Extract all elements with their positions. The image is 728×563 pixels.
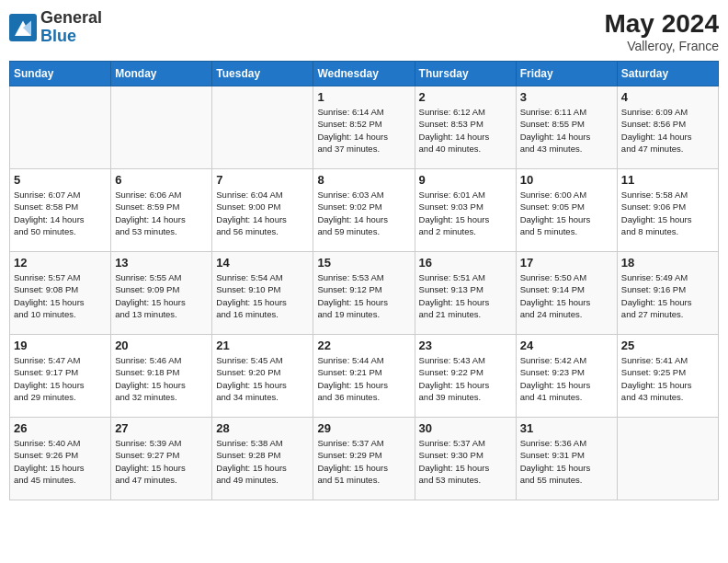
header-cell-saturday: Saturday <box>617 62 718 86</box>
day-number: 5 <box>14 173 107 187</box>
title-area: May 2024 Valleroy, France <box>604 9 719 53</box>
calendar-table: SundayMondayTuesdayWednesdayThursdayFrid… <box>9 61 719 500</box>
cell-info: Sunrise: 5:47 AM Sunset: 9:17 PM Dayligh… <box>14 354 107 403</box>
day-number: 8 <box>317 173 410 187</box>
day-number: 30 <box>419 421 512 435</box>
week-row-4: 19Sunrise: 5:47 AM Sunset: 9:17 PM Dayli… <box>10 335 719 418</box>
cell-info: Sunrise: 5:36 AM Sunset: 9:31 PM Dayligh… <box>520 437 613 486</box>
day-number: 1 <box>317 90 410 104</box>
cell-info: Sunrise: 6:14 AM Sunset: 8:52 PM Dayligh… <box>317 106 410 155</box>
calendar-cell: 24Sunrise: 5:42 AM Sunset: 9:23 PM Dayli… <box>516 335 617 418</box>
calendar-cell: 17Sunrise: 5:50 AM Sunset: 9:14 PM Dayli… <box>516 252 617 335</box>
day-number: 3 <box>520 90 613 104</box>
day-number: 16 <box>419 256 512 270</box>
calendar-cell: 21Sunrise: 5:45 AM Sunset: 9:20 PM Dayli… <box>212 335 313 418</box>
cell-info: Sunrise: 5:49 AM Sunset: 9:16 PM Dayligh… <box>621 271 714 320</box>
day-number: 20 <box>115 339 208 352</box>
cell-info: Sunrise: 6:11 AM Sunset: 8:55 PM Dayligh… <box>520 106 613 155</box>
cell-info: Sunrise: 5:54 AM Sunset: 9:10 PM Dayligh… <box>216 271 309 320</box>
calendar-cell: 2Sunrise: 6:12 AM Sunset: 8:53 PM Daylig… <box>415 86 516 169</box>
week-row-5: 26Sunrise: 5:40 AM Sunset: 9:26 PM Dayli… <box>10 418 719 500</box>
cell-info: Sunrise: 6:04 AM Sunset: 9:00 PM Dayligh… <box>216 189 309 237</box>
cell-info: Sunrise: 5:37 AM Sunset: 9:29 PM Dayligh… <box>317 437 410 486</box>
day-number: 26 <box>14 421 107 435</box>
calendar-cell: 23Sunrise: 5:43 AM Sunset: 9:22 PM Dayli… <box>415 335 516 418</box>
calendar-body: 1Sunrise: 6:14 AM Sunset: 8:52 PM Daylig… <box>10 86 719 500</box>
day-number: 29 <box>317 421 410 435</box>
day-number: 9 <box>419 173 512 187</box>
calendar-cell: 14Sunrise: 5:54 AM Sunset: 9:10 PM Dayli… <box>212 252 313 335</box>
calendar-cell: 18Sunrise: 5:49 AM Sunset: 9:16 PM Dayli… <box>617 252 718 335</box>
week-row-3: 12Sunrise: 5:57 AM Sunset: 9:08 PM Dayli… <box>10 252 719 335</box>
calendar-cell: 12Sunrise: 5:57 AM Sunset: 9:08 PM Dayli… <box>10 252 111 335</box>
day-number: 17 <box>520 256 613 270</box>
calendar-cell: 5Sunrise: 6:07 AM Sunset: 8:58 PM Daylig… <box>10 169 111 252</box>
cell-info: Sunrise: 5:40 AM Sunset: 9:26 PM Dayligh… <box>14 437 107 486</box>
cell-info: Sunrise: 5:43 AM Sunset: 9:22 PM Dayligh… <box>419 354 512 403</box>
day-number: 18 <box>621 256 714 270</box>
cell-info: Sunrise: 6:00 AM Sunset: 9:05 PM Dayligh… <box>520 189 613 237</box>
day-number: 23 <box>419 339 512 352</box>
logo-text: General Blue <box>40 9 102 46</box>
day-number: 13 <box>115 256 208 270</box>
logo: General Blue <box>9 9 102 46</box>
cell-info: Sunrise: 5:38 AM Sunset: 9:28 PM Dayligh… <box>216 437 309 486</box>
header-cell-sunday: Sunday <box>10 62 111 86</box>
header-cell-tuesday: Tuesday <box>212 62 313 86</box>
cell-info: Sunrise: 6:09 AM Sunset: 8:56 PM Dayligh… <box>621 106 714 155</box>
cell-info: Sunrise: 5:37 AM Sunset: 9:30 PM Dayligh… <box>419 437 512 486</box>
day-number: 11 <box>621 173 714 187</box>
calendar-cell: 7Sunrise: 6:04 AM Sunset: 9:00 PM Daylig… <box>212 169 313 252</box>
calendar-cell: 30Sunrise: 5:37 AM Sunset: 9:30 PM Dayli… <box>415 418 516 500</box>
day-number: 15 <box>317 256 410 270</box>
calendar-cell: 1Sunrise: 6:14 AM Sunset: 8:52 PM Daylig… <box>313 86 415 169</box>
day-number: 4 <box>621 90 714 104</box>
header-cell-monday: Monday <box>111 62 212 86</box>
header-cell-friday: Friday <box>516 62 617 86</box>
cell-info: Sunrise: 6:07 AM Sunset: 8:58 PM Dayligh… <box>14 189 107 237</box>
cell-info: Sunrise: 5:39 AM Sunset: 9:27 PM Dayligh… <box>115 437 208 486</box>
calendar-cell: 27Sunrise: 5:39 AM Sunset: 9:27 PM Dayli… <box>111 418 212 500</box>
calendar-cell: 8Sunrise: 6:03 AM Sunset: 9:02 PM Daylig… <box>313 169 415 252</box>
day-number: 28 <box>216 421 309 435</box>
calendar-cell: 3Sunrise: 6:11 AM Sunset: 8:55 PM Daylig… <box>516 86 617 169</box>
calendar-cell: 26Sunrise: 5:40 AM Sunset: 9:26 PM Dayli… <box>10 418 111 500</box>
logo-icon <box>9 14 37 41</box>
cell-info: Sunrise: 5:55 AM Sunset: 9:09 PM Dayligh… <box>115 271 208 320</box>
cell-info: Sunrise: 6:01 AM Sunset: 9:03 PM Dayligh… <box>419 189 512 237</box>
cell-info: Sunrise: 5:41 AM Sunset: 9:25 PM Dayligh… <box>621 354 714 403</box>
cell-info: Sunrise: 6:03 AM Sunset: 9:02 PM Dayligh… <box>317 189 410 237</box>
cell-info: Sunrise: 5:44 AM Sunset: 9:21 PM Dayligh… <box>317 354 410 403</box>
calendar-cell <box>617 418 718 500</box>
calendar-cell: 29Sunrise: 5:37 AM Sunset: 9:29 PM Dayli… <box>313 418 415 500</box>
calendar-cell: 9Sunrise: 6:01 AM Sunset: 9:03 PM Daylig… <box>415 169 516 252</box>
calendar-cell <box>10 86 111 169</box>
cell-info: Sunrise: 5:51 AM Sunset: 9:13 PM Dayligh… <box>419 271 512 320</box>
calendar-header: SundayMondayTuesdayWednesdayThursdayFrid… <box>10 62 719 86</box>
cell-info: Sunrise: 5:57 AM Sunset: 9:08 PM Dayligh… <box>14 271 107 320</box>
cell-info: Sunrise: 5:50 AM Sunset: 9:14 PM Dayligh… <box>520 271 613 320</box>
header-row: SundayMondayTuesdayWednesdayThursdayFrid… <box>10 62 719 86</box>
day-number: 14 <box>216 256 309 270</box>
day-number: 22 <box>317 339 410 352</box>
cell-info: Sunrise: 5:46 AM Sunset: 9:18 PM Dayligh… <box>115 354 208 403</box>
header-cell-thursday: Thursday <box>415 62 516 86</box>
cell-info: Sunrise: 6:12 AM Sunset: 8:53 PM Dayligh… <box>419 106 512 155</box>
day-number: 24 <box>520 339 613 352</box>
calendar-cell: 28Sunrise: 5:38 AM Sunset: 9:28 PM Dayli… <box>212 418 313 500</box>
month-year-title: May 2024 <box>604 9 719 39</box>
calendar-cell: 20Sunrise: 5:46 AM Sunset: 9:18 PM Dayli… <box>111 335 212 418</box>
header-cell-wednesday: Wednesday <box>313 62 415 86</box>
week-row-2: 5Sunrise: 6:07 AM Sunset: 8:58 PM Daylig… <box>10 169 719 252</box>
page-header: General Blue May 2024 Valleroy, France <box>9 9 719 53</box>
location-subtitle: Valleroy, France <box>604 39 719 53</box>
week-row-1: 1Sunrise: 6:14 AM Sunset: 8:52 PM Daylig… <box>10 86 719 169</box>
day-number: 25 <box>621 339 714 352</box>
calendar-cell <box>111 86 212 169</box>
calendar-cell: 13Sunrise: 5:55 AM Sunset: 9:09 PM Dayli… <box>111 252 212 335</box>
calendar-cell: 11Sunrise: 5:58 AM Sunset: 9:06 PM Dayli… <box>617 169 718 252</box>
cell-info: Sunrise: 6:06 AM Sunset: 8:59 PM Dayligh… <box>115 189 208 237</box>
day-number: 6 <box>115 173 208 187</box>
calendar-cell: 15Sunrise: 5:53 AM Sunset: 9:12 PM Dayli… <box>313 252 415 335</box>
cell-info: Sunrise: 5:58 AM Sunset: 9:06 PM Dayligh… <box>621 189 714 237</box>
